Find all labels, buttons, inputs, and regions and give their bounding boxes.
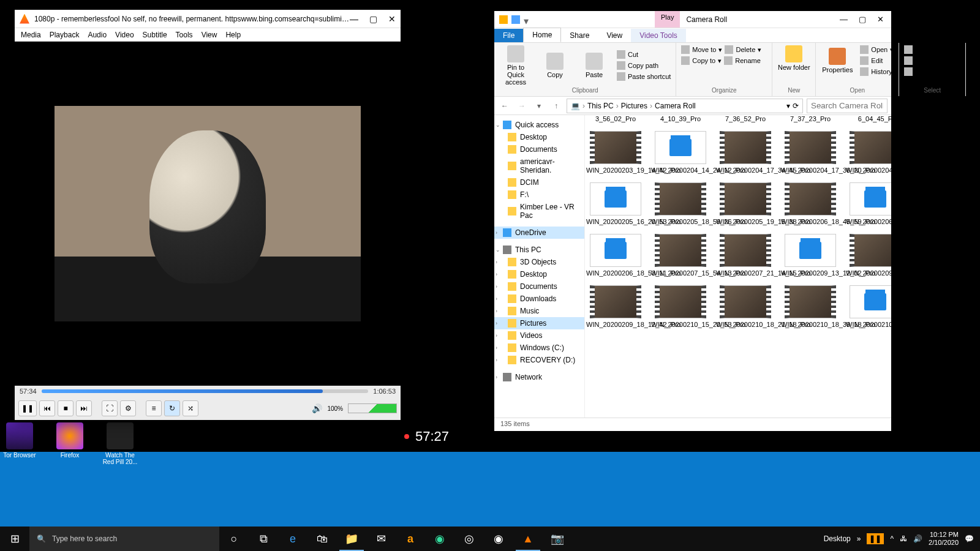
tab-video-tools[interactable]: Video Tools xyxy=(631,29,686,42)
minimize-button[interactable]: — xyxy=(350,14,358,24)
new-folder-button[interactable]: New folder xyxy=(777,45,810,71)
vlc-menu-tools[interactable]: Tools xyxy=(176,31,193,39)
paste-button[interactable]: Paste xyxy=(578,53,611,78)
next-button[interactable]: ⏭ xyxy=(76,400,92,416)
vlc-menu-subtitle[interactable]: Subtitle xyxy=(143,31,167,39)
shuffle-button[interactable]: ⤮ xyxy=(183,400,198,416)
nav-network[interactable]: ›Network xyxy=(494,371,584,383)
paste-shortcut-button[interactable]: Paste shortcut xyxy=(617,72,671,81)
file-item[interactable]: WIN_20200205_18_59_26_Pro xyxy=(651,182,710,225)
copy-to-button[interactable]: Copy to ▾ xyxy=(681,56,722,65)
file-item[interactable]: WIN_20200203_19_14_42_Pro xyxy=(586,131,645,174)
tray-app-icon[interactable]: ❚❚ xyxy=(867,533,884,544)
select-none-button[interactable]: Select none xyxy=(904,56,960,65)
taskbar-clock[interactable]: 10:12 PM2/10/2020 xyxy=(929,531,959,547)
nav-this-pc[interactable]: ⌄This PC xyxy=(494,244,584,256)
file-item[interactable]: 7_37_23_Pro xyxy=(781,118,840,122)
file-item[interactable]: 6_04_45_P xyxy=(846,118,891,122)
taskbar-edge[interactable]: e xyxy=(278,527,307,551)
copy-path-button[interactable]: Copy path xyxy=(617,61,671,70)
file-item[interactable]: WIN_20200204_17_36_20_Pro xyxy=(781,131,840,174)
file-item[interactable]: WIN_20200204_14_24_12_Pro xyxy=(651,131,710,174)
action-center-icon[interactable]: 💬 xyxy=(965,534,974,543)
file-item[interactable]: WIN_20200209_13_12_02_Pro xyxy=(781,234,840,277)
nav-item[interactable]: ›Windows (C:) xyxy=(494,342,584,354)
taskbar-search[interactable]: 🔍 Type here to search xyxy=(29,527,219,551)
desktop-icon-firefox[interactable]: Firefox xyxy=(50,422,89,465)
tab-file[interactable]: File xyxy=(494,29,523,42)
taskbar-tripadvisor[interactable]: ◉ xyxy=(425,527,454,551)
volume-slider[interactable] xyxy=(348,403,397,413)
file-item[interactable]: WIN_20200210_1_15_11_P xyxy=(846,285,891,328)
nav-item[interactable]: DCIM xyxy=(494,176,584,189)
breadcrumb[interactable]: 💻 ›This PC ›Pictures ›Camera Roll ▾ ⟳ xyxy=(567,99,803,113)
select-all-button[interactable]: Select all xyxy=(904,45,960,54)
file-view[interactable]: 3_56_02_Pro4_10_39_Pro7_36_52_Pro7_37_23… xyxy=(585,115,891,418)
minimize-button[interactable]: — xyxy=(840,15,848,24)
file-item[interactable]: WIN_20200209_18_12_42_Pro xyxy=(586,285,645,328)
start-button[interactable]: ⊞ xyxy=(0,527,29,551)
file-item[interactable]: WIN_20200210_15_20_53_Pro xyxy=(651,285,710,328)
file-item[interactable]: WIN_20200205_19_15_38_Pro xyxy=(716,182,775,225)
vlc-menu-playback[interactable]: Playback xyxy=(50,31,80,39)
search-input[interactable] xyxy=(807,99,888,113)
properties-button[interactable]: Properties xyxy=(821,48,854,73)
taskbar-vlc[interactable]: ▲ xyxy=(513,527,543,551)
vlc-menu-media[interactable]: Media xyxy=(21,31,41,39)
maximize-button[interactable]: ▢ xyxy=(859,15,866,24)
file-item[interactable]: 7_36_52_Pro xyxy=(716,118,775,122)
file-item[interactable]: WIN_20200206_18_53_11_Pro xyxy=(586,234,645,277)
mute-icon[interactable]: 🔊 xyxy=(312,403,322,413)
nav-item[interactable]: Kimber Lee - VR Pac xyxy=(494,201,584,222)
nav-item[interactable]: Documents xyxy=(494,143,584,156)
forward-button[interactable]: → xyxy=(515,99,529,113)
vlc-menu-video[interactable]: Video xyxy=(115,31,134,39)
tab-view[interactable]: View xyxy=(598,29,631,42)
taskbar-app2[interactable]: ◉ xyxy=(484,527,513,551)
vlc-menu-view[interactable]: View xyxy=(202,31,217,39)
stop-button[interactable]: ■ xyxy=(58,400,74,416)
pin-to-quick-access-button[interactable]: Pin to Quick access xyxy=(499,45,532,86)
seek-bar[interactable] xyxy=(42,389,369,393)
nav-quick-access[interactable]: ⌄Quick access xyxy=(494,119,584,131)
taskbar-explorer[interactable]: 📁 xyxy=(337,527,366,551)
file-item[interactable]: WIN_20200205_16_20_53_Pro xyxy=(586,182,645,225)
playlist-button[interactable]: ≡ xyxy=(146,400,162,416)
nav-item[interactable]: ›Videos xyxy=(494,329,584,342)
tab-home[interactable]: Home xyxy=(523,28,561,42)
tab-share[interactable]: Share xyxy=(561,29,598,42)
qat-dropdown-icon[interactable]: ▾ xyxy=(524,15,532,24)
tray-overflow-icon[interactable]: ^ xyxy=(890,534,894,543)
nav-onedrive[interactable]: ›OneDrive xyxy=(494,227,584,239)
file-item[interactable]: 4_10_39_Pro xyxy=(651,118,710,122)
up-button[interactable]: ↑ xyxy=(549,99,563,113)
history-button[interactable]: History xyxy=(860,67,894,76)
open-button[interactable]: Open ▾ xyxy=(860,45,894,54)
file-item[interactable]: WIN_20200204_17_34_45_Pro xyxy=(716,131,775,174)
file-item[interactable]: WIN_20200204_18_03_12_P xyxy=(846,131,891,174)
network-icon[interactable]: 🖧 xyxy=(900,534,907,543)
nav-item[interactable]: F:\ xyxy=(494,189,584,201)
desktop-icon-tor[interactable]: Tor Browser xyxy=(0,422,39,465)
explorer-titlebar[interactable]: ▾ Play Camera Roll — ▢ ✕ xyxy=(494,11,891,28)
cortana-button[interactable]: ○ xyxy=(219,527,249,551)
refresh-button[interactable]: ⟳ xyxy=(793,102,799,110)
desktop-icon-redpill[interactable]: Watch The Red Pill 20... xyxy=(100,422,140,465)
file-item[interactable]: WIN_20200207_21_14_15_Pro xyxy=(716,234,775,277)
file-item[interactable]: 3_56_02_Pro xyxy=(586,118,645,122)
taskbar-amazon[interactable]: a xyxy=(396,527,425,551)
address-dropdown-icon[interactable]: ▾ xyxy=(786,102,790,110)
task-view-button[interactable]: ⧉ xyxy=(249,527,278,551)
file-item[interactable]: WIN_20200210_18_21_18_Pro xyxy=(716,285,775,328)
close-button[interactable]: ✕ xyxy=(388,14,396,24)
cut-button[interactable]: Cut xyxy=(617,50,671,59)
invert-selection-button[interactable]: Invert selection xyxy=(904,67,960,76)
edit-button[interactable]: Edit xyxy=(860,56,894,65)
nav-item[interactable]: americavr-Sheridan. xyxy=(494,156,584,176)
copy-button[interactable]: Copy xyxy=(538,53,571,78)
nav-item[interactable]: ›RECOVERY (D:) xyxy=(494,354,584,366)
vlc-menu-help[interactable]: Help xyxy=(225,31,241,39)
extended-settings-button[interactable]: ⚙ xyxy=(120,400,136,416)
rename-button[interactable]: Rename xyxy=(724,56,761,65)
vlc-video-area[interactable] xyxy=(15,42,401,386)
